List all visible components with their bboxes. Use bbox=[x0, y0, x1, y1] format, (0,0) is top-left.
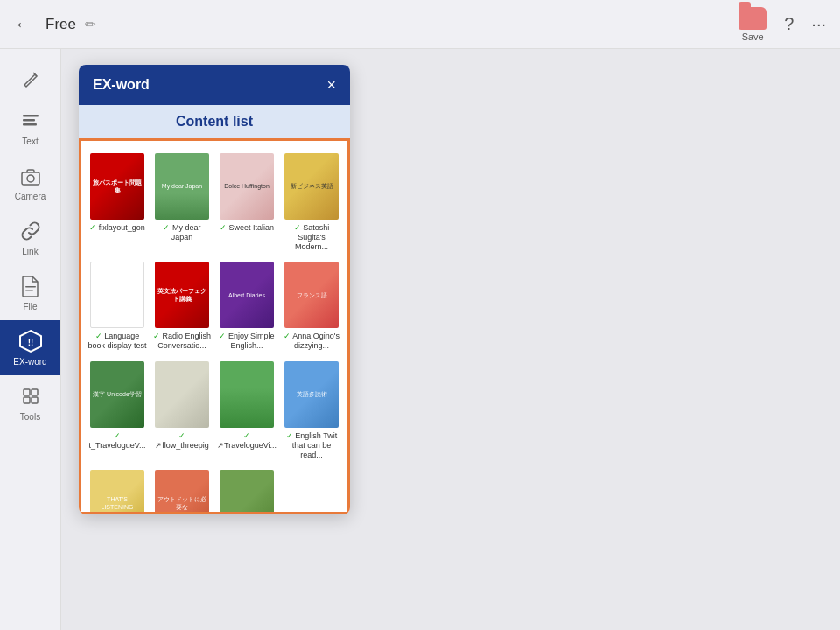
book-item-sweet[interactable]: Dolce Huffington✓ Sweet Italian bbox=[214, 148, 279, 256]
book-item-english-twit[interactable]: 英語多読術✓ English Twit that can be read... bbox=[279, 356, 344, 465]
sidebar-link-label: Link bbox=[22, 247, 38, 256]
book-item-satoshi[interactable]: 新ビジネス英語✓ Satoshi Sugita's Modern... bbox=[279, 148, 344, 256]
sidebar-item-text[interactable]: Text bbox=[0, 100, 60, 155]
exword-modal: EX-word × Content list 旅パスポート問題集✓ fixlay… bbox=[79, 65, 350, 514]
book-cover-enjoy: Albert Diaries bbox=[220, 262, 274, 328]
book-label-english-twit: ✓ English Twit that can be read... bbox=[282, 431, 341, 459]
book-cover-sweet: Dolce Huffington bbox=[220, 153, 274, 220]
book-item-travel1[interactable]: 漢字 Unicode学習✓ t_TravelogueV... bbox=[85, 356, 150, 465]
tools-icon bbox=[18, 384, 43, 409]
book-cover-row4c bbox=[220, 470, 274, 514]
svg-rect-9 bbox=[24, 389, 30, 396]
top-bar: ← Free ✏ Save ? ··· bbox=[0, 0, 840, 49]
exword-icon: !! bbox=[18, 329, 43, 354]
book-item-fixlayout[interactable]: 旅パスポート問題集✓ fixlayout_gon bbox=[85, 148, 150, 256]
sidebar: Text Camera Link File !! EX-word Tools bbox=[0, 49, 61, 630]
book-cover-radio: 英文法パーフェクト講義 bbox=[155, 262, 209, 328]
book-cover-fixlayout: 旅パスポート問題集 bbox=[90, 153, 144, 220]
svg-rect-2 bbox=[23, 123, 37, 126]
book-cover-travel1: 漢字 Unicode学習 bbox=[90, 361, 144, 428]
book-label-travel1: ✓ t_TravelogueV... bbox=[88, 431, 147, 451]
sidebar-camera-label: Camera bbox=[15, 192, 46, 201]
book-cover-anna: フランス語 bbox=[284, 262, 339, 328]
camera-icon bbox=[18, 164, 43, 188]
book-item-enjoy[interactable]: Albert Diaries✓ Enjoy Simple English... bbox=[214, 256, 279, 356]
svg-rect-0 bbox=[23, 115, 38, 117]
svg-rect-5 bbox=[25, 286, 36, 288]
sidebar-text-label: Text bbox=[22, 136, 38, 146]
sidebar-item-link[interactable]: Link bbox=[0, 210, 60, 265]
book-item-traveloguevi[interactable]: ✓ ↗TravelogueVi... bbox=[214, 356, 279, 465]
book-cover-mydear: My dear Japan bbox=[155, 153, 209, 220]
main-content: EX-word × Content list 旅パスポート問題集✓ fixlay… bbox=[61, 49, 840, 630]
save-folder-icon bbox=[738, 7, 766, 30]
book-cover-flow bbox=[155, 361, 209, 428]
sidebar-item-camera[interactable]: Camera bbox=[0, 155, 60, 210]
sidebar-item-exword[interactable]: !! EX-word bbox=[0, 320, 60, 375]
svg-rect-10 bbox=[32, 389, 38, 396]
book-item-row4c[interactable] bbox=[214, 465, 279, 514]
content-grid-wrapper[interactable]: 旅パスポート問題集✓ fixlayout_gonMy dear Japan✓ M… bbox=[79, 138, 350, 514]
sidebar-file-label: File bbox=[23, 302, 37, 312]
book-item-row4a[interactable]: THAT'S LISTENING bbox=[85, 465, 150, 514]
back-button[interactable]: ← bbox=[14, 13, 33, 36]
svg-rect-12 bbox=[32, 397, 38, 403]
book-cover-satoshi: 新ビジネス英語 bbox=[284, 153, 339, 220]
pen-icon bbox=[18, 66, 43, 91]
book-cover-english-twit: 英語多読術 bbox=[284, 361, 339, 428]
book-label-satoshi: ✓ Satoshi Sugita's Modern... bbox=[282, 223, 341, 251]
text-icon bbox=[18, 108, 43, 133]
book-cover-row4a: THAT'S LISTENING bbox=[90, 470, 144, 514]
book-cover-language bbox=[90, 262, 144, 328]
sidebar-exword-label: EX-word bbox=[13, 357, 46, 367]
book-item-flow[interactable]: ✓ ↗flow_threepig bbox=[150, 356, 214, 465]
book-item-language[interactable]: ✓ Language book display test bbox=[85, 256, 150, 356]
page-title: Free bbox=[46, 16, 76, 33]
book-label-traveloguevi: ✓ ↗TravelogueVi... bbox=[217, 431, 276, 451]
svg-rect-11 bbox=[24, 397, 30, 403]
top-bar-left: ← Free ✏ bbox=[14, 13, 96, 36]
top-bar-right: Save ? ··· bbox=[738, 7, 826, 42]
more-button[interactable]: ··· bbox=[811, 14, 826, 34]
sidebar-tools-label: Tools bbox=[20, 412, 40, 422]
book-cover-row4b: アウトドットに必要な bbox=[155, 470, 209, 514]
book-label-enjoy: ✓ Enjoy Simple English... bbox=[217, 332, 276, 351]
book-label-radio: ✓ Radio English Conversatio... bbox=[152, 332, 212, 351]
book-label-flow: ✓ ↗flow_threepig bbox=[152, 431, 212, 451]
sidebar-item-tools[interactable]: Tools bbox=[0, 375, 60, 430]
svg-rect-6 bbox=[25, 290, 33, 291]
book-item-row4b[interactable]: アウトドットに必要な bbox=[150, 465, 214, 514]
svg-rect-3 bbox=[22, 172, 39, 185]
book-label-language: ✓ Language book display test bbox=[88, 332, 147, 351]
book-cover-traveloguevi bbox=[220, 361, 274, 428]
book-label-sweet: ✓ Sweet Italian bbox=[220, 223, 274, 233]
sidebar-item-pen[interactable] bbox=[0, 58, 60, 100]
book-label-mydear: ✓ My dear Japan bbox=[152, 223, 212, 242]
content-list-title: Content list bbox=[79, 105, 350, 138]
svg-point-4 bbox=[27, 175, 34, 182]
svg-text:!!: !! bbox=[27, 338, 33, 347]
book-item-mydear[interactable]: My dear Japan✓ My dear Japan bbox=[150, 148, 214, 256]
file-icon bbox=[18, 274, 43, 298]
help-button[interactable]: ? bbox=[784, 14, 794, 34]
book-item-radio[interactable]: 英文法パーフェクト講義✓ Radio English Conversatio..… bbox=[150, 256, 214, 356]
modal-app-name: EX-word bbox=[93, 77, 150, 93]
modal-close-button[interactable]: × bbox=[326, 77, 336, 93]
modal-overlay: EX-word × Content list 旅パスポート問題集✓ fixlay… bbox=[61, 49, 840, 630]
svg-rect-1 bbox=[23, 119, 35, 122]
modal-header: EX-word × bbox=[79, 65, 350, 105]
sidebar-item-file[interactable]: File bbox=[0, 265, 60, 320]
book-item-anna[interactable]: フランス語✓ Anna Ogino's dizzying... bbox=[279, 256, 344, 356]
save-button[interactable]: Save bbox=[738, 7, 766, 42]
book-label-fixlayout: ✓ fixlayout_gon bbox=[89, 223, 145, 233]
edit-icon[interactable]: ✏ bbox=[85, 17, 96, 32]
book-label-anna: ✓ Anna Ogino's dizzying... bbox=[282, 332, 341, 351]
content-grid: 旅パスポート問題集✓ fixlayout_gonMy dear Japan✓ M… bbox=[81, 141, 347, 514]
save-label: Save bbox=[742, 32, 764, 42]
link-icon bbox=[18, 219, 43, 243]
